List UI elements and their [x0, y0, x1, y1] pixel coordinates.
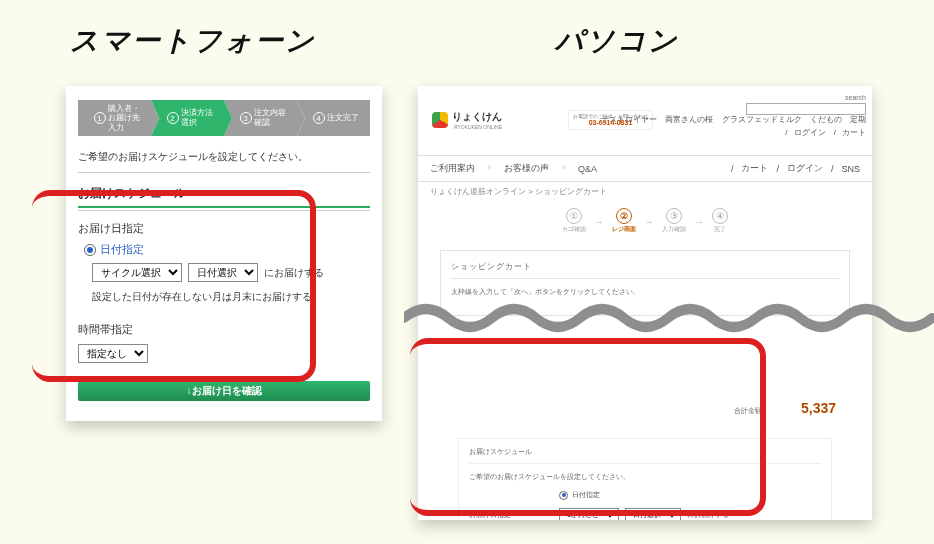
pc-tag-cart[interactable]: カート — [842, 128, 866, 137]
pc-nav-sub-item[interactable]: ログイン — [787, 162, 823, 175]
sp-divider — [78, 172, 370, 173]
sp-step-4: 4 注文完了 — [297, 100, 370, 136]
sp-date-radio[interactable]: 日付指定 — [84, 242, 370, 257]
radio-dot-icon — [84, 244, 96, 256]
pc-screenshot: りょくけん RYOKUKEN ONLINE お電話でのご注文・お問い合わせ 03… — [418, 86, 872, 520]
pc-deliv-note: ご希望のお届けスケジュールを設定してください。 — [469, 472, 821, 482]
sp-confirm-button[interactable]: ↓お届け日を確認 — [78, 381, 370, 401]
sp-step-1-num: 1 — [94, 112, 106, 124]
pc-step-2-label: レジ画面 — [612, 225, 636, 234]
pc-step-indicator: ① カゴ確認 → ② レジ画面 → ③ 入力確認 → ④ 完了 — [418, 208, 872, 234]
pc-total-label: 合計金額 — [734, 406, 762, 416]
sp-date-note: 設定した日付が存在しない月は月末にお届けする — [92, 290, 370, 304]
pc-deliver-date-label: お届け日指定 — [469, 510, 529, 520]
pc-date-select[interactable]: 日付選択 — [625, 508, 681, 520]
sp-step-3: 3 注文内容 確認 — [224, 100, 297, 136]
pc-cycle-select[interactable]: 1か月ごと — [559, 508, 619, 520]
pc-step-4-label: 完了 — [714, 225, 726, 234]
radio-dot-icon — [559, 491, 568, 500]
pc-delivery-panel: お届けスケジュール ご希望のお届けスケジュールを設定してください。 日付指定 お… — [458, 438, 832, 520]
sp-time-select[interactable]: 指定なし — [78, 344, 148, 363]
pc-heading: パソコン — [555, 22, 679, 60]
sp-step-4-label: 注文完了 — [327, 113, 359, 123]
pc-search-label: search — [746, 94, 866, 101]
sp-step-2-label: 決済方法 選択 — [181, 108, 213, 127]
sp-time-label: 時間帯指定 — [78, 322, 370, 337]
pc-step-4-num: ④ — [712, 208, 728, 224]
sp-step-2-num: 2 — [167, 112, 179, 124]
sp-step-4-num: 4 — [313, 112, 325, 124]
pc-cart-panel: ショッピングカート 太枠線を入力して「次へ」ボタンをクリックしてください。 — [440, 250, 850, 316]
sp-section-underline — [78, 210, 370, 211]
pc-logo-subtext: RYOKUKEN ONLINE — [454, 124, 502, 130]
pc-tag-login[interactable]: ログイン — [794, 128, 826, 137]
pc-date-radio-label: 日付指定 — [572, 490, 600, 500]
sp-deliver-date-label: お届け日指定 — [78, 221, 370, 236]
pc-step-3: ③ 入力確認 — [662, 208, 686, 234]
pc-search-area: search — [746, 94, 866, 116]
sp-step-1-label: 購入者・ お届け先 入力 — [108, 104, 140, 133]
pc-logo-icon — [432, 112, 448, 128]
sp-section-title: お届けスケジュール — [78, 185, 370, 208]
sp-step-3-label: 注文内容 確認 — [254, 108, 286, 127]
pc-step-1-num: ① — [566, 208, 582, 224]
sp-cycle-select[interactable]: サイクル選択 — [92, 263, 182, 282]
arrow-right-icon: → — [594, 216, 604, 227]
pc-panel-title: ショッピングカート — [451, 261, 839, 272]
pc-deliv-title: お届けスケジュール — [469, 447, 821, 457]
pc-nav: ご利用案内 〃 お客様の声 〃 Q&A /カート /ログイン /SNS — [418, 156, 872, 182]
sp-deliver-suffix: にお届けする — [264, 266, 324, 280]
pc-breadcrumb-item[interactable]: ショッピングカート — [535, 187, 607, 196]
sp-date-select[interactable]: 日付選択 — [188, 263, 258, 282]
pc-tag[interactable]: 定期 — [850, 115, 866, 124]
pc-step-2: ② レジ画面 — [612, 208, 636, 234]
pc-step-2-num: ② — [616, 208, 632, 224]
pc-nav-sep-icon: 〃 — [559, 162, 568, 175]
sp-step-indicator: 1 購入者・ お届け先 入力 2 決済方法 選択 3 注文内容 確認 4 注文完… — [78, 100, 370, 136]
pc-step-3-num: ③ — [666, 208, 682, 224]
sp-step-3-num: 3 — [240, 112, 252, 124]
sp-step-1: 1 購入者・ お届け先 入力 — [78, 100, 151, 136]
pc-tag[interactable]: デストロイヤー — [601, 115, 657, 124]
pc-nav-sub-item[interactable]: SNS — [841, 164, 860, 174]
pc-step-1-label: カゴ確認 — [562, 225, 586, 234]
pc-header-tags: デストロイヤー 両富さんの桜 グラスフェッドミルク くだもの 定期 /ログイン … — [595, 114, 866, 140]
sp-instruction-text: ご希望のお届けスケジュールを設定してください。 — [78, 150, 370, 164]
sp-date-radio-label: 日付指定 — [100, 242, 144, 257]
pc-nav-sep-icon: 〃 — [485, 162, 494, 175]
pc-logo[interactable]: りょくけん RYOKUKEN ONLINE — [432, 110, 502, 130]
pc-panel-divider — [451, 278, 839, 279]
pc-nav-sub-item[interactable]: カート — [741, 162, 768, 175]
smartphone-screenshot: 1 購入者・ お届け先 入力 2 決済方法 選択 3 注文内容 確認 4 注文完… — [66, 86, 382, 421]
pc-tag[interactable]: 両富さんの桜 — [665, 115, 713, 124]
pc-nav-item[interactable]: ご利用案内 — [430, 162, 475, 175]
pc-total-value: 5,337 — [801, 400, 836, 416]
pc-tag[interactable]: グラスフェッドミルク — [722, 115, 802, 124]
pc-tag[interactable]: くだもの — [810, 115, 842, 124]
pc-header: りょくけん RYOKUKEN ONLINE お電話でのご注文・お問い合わせ 03… — [418, 86, 872, 156]
pc-nav-item[interactable]: お客様の声 — [504, 162, 549, 175]
pc-breadcrumb-item[interactable]: りょくけん道筋オンライン — [430, 187, 526, 196]
pc-deliv-divider — [469, 463, 821, 464]
pc-panel-note: 太枠線を入力して「次へ」ボタンをクリックしてください。 — [451, 287, 839, 297]
smartphone-heading: スマートフォーン — [70, 22, 316, 60]
pc-step-1: ① カゴ確認 — [562, 208, 586, 234]
pc-date-radio[interactable]: 日付指定 — [559, 490, 600, 500]
arrow-right-icon: → — [644, 216, 654, 227]
arrow-right-icon: → — [694, 216, 704, 227]
pc-deliver-suffix: にお届けする — [687, 510, 729, 520]
pc-breadcrumb: りょくけん道筋オンライン > ショッピングカート — [430, 186, 607, 197]
pc-logo-text: りょくけん — [452, 110, 502, 124]
pc-nav-item[interactable]: Q&A — [578, 164, 597, 174]
pc-step-3-label: 入力確認 — [662, 225, 686, 234]
pc-step-4: ④ 完了 — [712, 208, 728, 234]
sp-step-2: 2 決済方法 選択 — [151, 100, 224, 136]
